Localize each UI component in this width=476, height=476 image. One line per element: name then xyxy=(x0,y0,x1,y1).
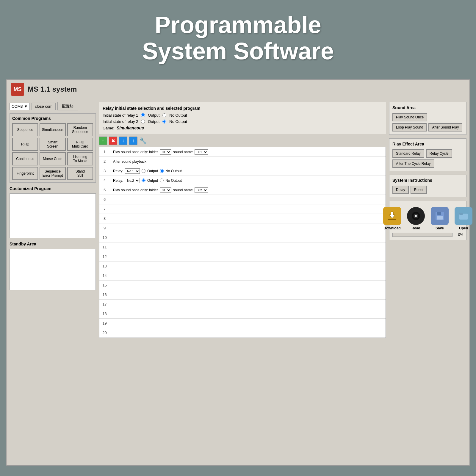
prog-btn-rfid-multi[interactable]: RFIDMulti Card xyxy=(67,138,93,151)
download-icon xyxy=(383,207,401,225)
table-row: 20 xyxy=(99,328,386,338)
table-row: 17 xyxy=(99,300,386,309)
prog-btn-sequence[interactable]: Sequence xyxy=(12,123,38,136)
customized-program-box xyxy=(10,193,96,238)
prog-btn-smart-screen[interactable]: SmartScreen xyxy=(40,138,65,151)
row-number: 12 xyxy=(99,253,110,260)
table-row: 12 xyxy=(99,252,386,262)
relay-effect-title: Rlay Effect Area xyxy=(392,142,463,146)
row-number: 9 xyxy=(99,225,110,231)
prog-btn-simultaneous[interactable]: Simultaneous xyxy=(40,123,65,136)
prog-btn-seq-error[interactable]: SequenceError Prompt xyxy=(40,167,65,180)
config-button[interactable]: 配置块 xyxy=(57,102,78,110)
table-row: 6 xyxy=(99,195,386,204)
row4-relay-label: Relay: xyxy=(113,178,123,183)
progress-text: 0% xyxy=(454,233,463,237)
relay2-row: Initial state of relay 2 Output No Outpu… xyxy=(103,119,382,124)
row4-no-output-radio[interactable] xyxy=(160,178,164,182)
row-number: 1 xyxy=(99,148,110,155)
after-sound-play-button[interactable]: After Sound Play xyxy=(428,123,462,131)
com-select[interactable]: COM3 ▼ xyxy=(10,103,30,110)
row-number: 20 xyxy=(99,329,110,336)
save-action[interactable]: Save xyxy=(431,207,449,230)
after-cycle-relay-button[interactable]: After The Cycle Relay xyxy=(392,159,434,168)
close-com-button[interactable]: close com xyxy=(32,103,56,110)
row-number: 15 xyxy=(99,282,110,289)
game-name: Simultaneous xyxy=(117,126,144,130)
row-content xyxy=(110,284,386,286)
header-banner: Programmable System Software xyxy=(0,0,476,79)
action-icons: Download Read Save xyxy=(392,207,463,230)
delay-button[interactable]: Delay xyxy=(392,186,409,194)
relay2-no-output-radio[interactable] xyxy=(162,120,166,123)
prog-btn-rfid[interactable]: RFID xyxy=(12,138,38,151)
relay1-row: Initial state of relay 1 Output No Outpu… xyxy=(103,113,382,118)
row-content xyxy=(110,294,386,296)
row-content xyxy=(110,322,386,325)
relay1-output-radio[interactable] xyxy=(141,113,145,117)
move-down-button[interactable]: ↓ xyxy=(119,137,127,145)
open-action[interactable]: Open xyxy=(455,207,472,230)
row1-sound-select[interactable]: 001 xyxy=(195,149,208,155)
prog-btn-fingerprint[interactable]: Fingerprint xyxy=(12,167,38,180)
center-panel: Relay initial state selection and select… xyxy=(99,102,386,338)
reset-button[interactable]: Reset xyxy=(411,186,427,194)
download-action[interactable]: Download xyxy=(383,207,401,230)
row-number: 17 xyxy=(99,301,110,308)
row-number: 5 xyxy=(99,187,110,193)
standard-relay-button[interactable]: Standard Relay xyxy=(392,149,424,158)
table-row: 8 xyxy=(99,214,386,223)
row-number: 2 xyxy=(99,158,110,165)
row3-output-label: Output xyxy=(147,169,158,173)
relay2-label: Initial state of relay 2 xyxy=(103,119,138,124)
game-row: Game: Simultaneous xyxy=(103,126,382,130)
row5-sound-select[interactable]: 002 xyxy=(195,187,208,193)
row1-folder-select[interactable]: 01 xyxy=(160,149,171,155)
svg-rect-0 xyxy=(388,219,396,220)
row-number: 8 xyxy=(99,215,110,222)
relay-cycle-button[interactable]: Relay Cycle xyxy=(426,149,452,158)
row3-no-output-radio[interactable] xyxy=(160,169,164,173)
row-content xyxy=(110,208,386,210)
svg-point-4 xyxy=(415,215,417,217)
save-label: Save xyxy=(436,226,444,230)
relay2-output-radio[interactable] xyxy=(141,120,145,123)
move-up-button[interactable]: ↑ xyxy=(129,137,137,145)
prog-btn-morse[interactable]: Morse Code xyxy=(40,152,65,165)
prog-btn-stand-still[interactable]: StandStill xyxy=(67,167,93,180)
loop-play-sound-button[interactable]: Loop Play Sound xyxy=(392,123,427,131)
progress-bar xyxy=(392,233,452,237)
system-instruction-buttons: Delay Reset xyxy=(392,186,463,194)
row-number: 10 xyxy=(99,234,110,241)
standby-area-title: Standby Area xyxy=(10,242,96,246)
row5-folder-select[interactable]: 01 xyxy=(160,187,171,193)
row2-text: After sound playback xyxy=(113,159,146,164)
standby-area-box xyxy=(10,249,96,290)
row3-output-radio[interactable] xyxy=(142,169,145,173)
row-content xyxy=(110,265,386,267)
add-button[interactable]: ＋ xyxy=(99,137,107,145)
row-content xyxy=(110,217,386,220)
play-sound-once-button[interactable]: Play Sound Once xyxy=(392,113,427,121)
row4-relay-select[interactable]: No.2 xyxy=(125,178,140,183)
read-action[interactable]: Read xyxy=(407,207,425,230)
read-icon xyxy=(407,207,425,225)
row-content: After sound playback xyxy=(110,158,386,165)
row3-relay-label: Relay: xyxy=(113,169,123,173)
row4-no-output-label: No Output xyxy=(165,178,182,183)
relay-effect-section: Rlay Effect Area Standard Relay Relay Cy… xyxy=(389,138,466,171)
toolbar: ＋ ✖ ↓ ↑ 🔧 xyxy=(99,137,386,145)
delete-button[interactable]: ✖ xyxy=(109,137,117,145)
prog-btn-listening[interactable]: ListeningTo Music xyxy=(67,152,93,165)
row1-text: Play sound once only: folder xyxy=(113,150,158,154)
prog-btn-random-sequence[interactable]: RandomSequence xyxy=(67,123,93,136)
row5-sound-label: sound name xyxy=(173,188,193,192)
row3-relay-select[interactable]: No.1 xyxy=(125,168,140,174)
row4-output-radio[interactable] xyxy=(142,178,145,182)
relay1-no-output-radio[interactable] xyxy=(162,113,166,117)
table-row: 1 Play sound once only: folder 01 sound … xyxy=(99,147,386,157)
row-content xyxy=(110,246,386,248)
action-area: Download Read Save xyxy=(389,201,466,240)
table-row: 7 xyxy=(99,204,386,214)
prog-btn-continuous[interactable]: Continuous xyxy=(12,152,38,165)
